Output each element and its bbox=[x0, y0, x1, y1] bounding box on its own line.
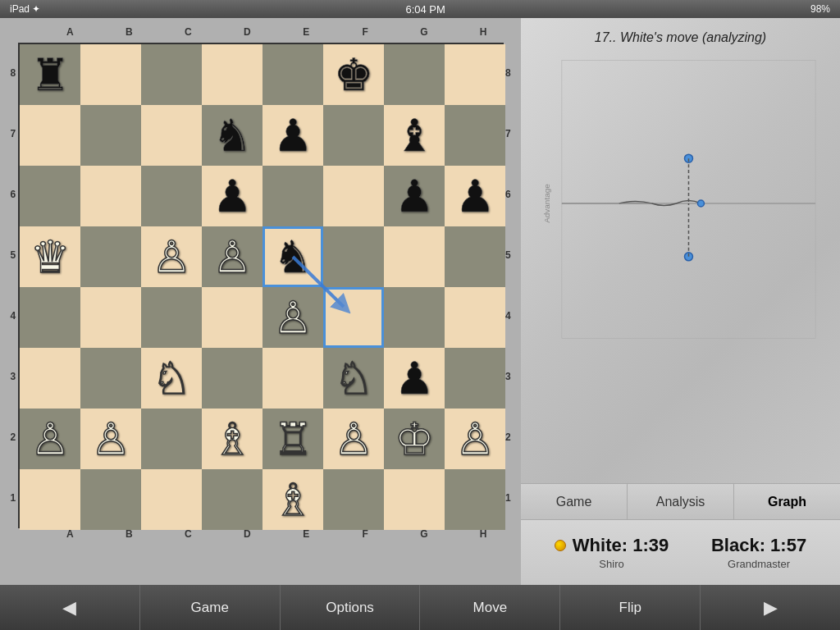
square-a3[interactable] bbox=[20, 348, 80, 409]
square-h6[interactable]: ♟ bbox=[445, 166, 505, 226]
square-b3[interactable] bbox=[80, 348, 141, 409]
black-player-name: Grandmaster bbox=[711, 558, 806, 570]
square-e7[interactable]: ♟ bbox=[262, 105, 323, 166]
square-b2[interactable]: ♙ bbox=[80, 409, 141, 469]
square-g8[interactable] bbox=[384, 44, 445, 105]
square-b7[interactable] bbox=[80, 105, 141, 166]
square-e8[interactable] bbox=[262, 44, 323, 105]
square-f2[interactable]: ♙ bbox=[323, 409, 384, 469]
flip-button[interactable]: Flip bbox=[560, 585, 701, 630]
square-g1[interactable] bbox=[384, 469, 445, 530]
graph-area: 17.. White's move (analyzing) Advantage bbox=[521, 18, 840, 483]
square-b4[interactable] bbox=[80, 287, 141, 348]
chessboard: ♜ ♚ bbox=[18, 43, 504, 528]
square-d4[interactable] bbox=[202, 287, 262, 348]
square-e6[interactable] bbox=[262, 166, 323, 226]
square-f5[interactable] bbox=[323, 226, 384, 287]
square-g7[interactable]: ♝ bbox=[384, 105, 445, 166]
square-g4[interactable] bbox=[384, 287, 445, 348]
square-a1[interactable] bbox=[20, 469, 80, 530]
status-time: 6:04 PM bbox=[405, 3, 445, 16]
square-f7[interactable] bbox=[323, 105, 384, 166]
coord-a-top: A bbox=[40, 26, 99, 43]
square-b5[interactable] bbox=[80, 226, 141, 287]
square-e5[interactable]: ♞ bbox=[262, 226, 323, 287]
square-d7[interactable]: ♞ bbox=[202, 105, 262, 166]
options-button[interactable]: Options bbox=[281, 585, 421, 630]
square-e2[interactable]: ♖ bbox=[262, 409, 323, 469]
square-c2[interactable] bbox=[141, 409, 202, 469]
black-clock-time: Black: 1:57 bbox=[711, 535, 806, 556]
square-f8[interactable]: ♚ bbox=[323, 44, 384, 105]
square-d5[interactable]: ♙ bbox=[202, 226, 262, 287]
square-h4[interactable] bbox=[445, 287, 505, 348]
square-a8[interactable]: ♜ bbox=[20, 44, 80, 105]
square-g3[interactable]: ♟ bbox=[384, 348, 445, 409]
square-b8[interactable] bbox=[80, 44, 141, 105]
piece-h6: ♟ bbox=[455, 174, 495, 218]
square-a5[interactable]: ♛ bbox=[20, 226, 80, 287]
main-content: A B C D E F G H 8 7 6 5 4 3 2 1 bbox=[0, 18, 840, 585]
move-button[interactable]: Move bbox=[420, 585, 560, 630]
square-e4[interactable]: ♙ bbox=[262, 287, 323, 348]
back-button[interactable]: ◀ bbox=[0, 585, 140, 630]
coord-4: 4 bbox=[8, 285, 18, 346]
toolbar: ◀ Game Options Move Flip ▶ bbox=[0, 585, 840, 630]
square-f6[interactable] bbox=[323, 166, 384, 226]
square-d8[interactable] bbox=[202, 44, 262, 105]
square-c4[interactable] bbox=[141, 287, 202, 348]
tab-graph[interactable]: Graph bbox=[734, 484, 840, 519]
square-h7[interactable] bbox=[445, 105, 505, 166]
square-h3[interactable] bbox=[445, 348, 505, 409]
white-player-info: White: 1:39 Shiro bbox=[555, 535, 669, 570]
square-a4[interactable] bbox=[20, 287, 80, 348]
forward-button[interactable]: ▶ bbox=[701, 585, 840, 630]
piece-d7: ♞ bbox=[212, 113, 252, 158]
piece-e2: ♖ bbox=[273, 417, 313, 461]
square-d2[interactable]: ♗ bbox=[202, 409, 262, 469]
tab-game[interactable]: Game bbox=[521, 484, 628, 519]
square-a2[interactable]: ♙ bbox=[20, 409, 80, 469]
piece-h2: ♙ bbox=[455, 417, 495, 461]
square-h1[interactable] bbox=[445, 469, 505, 530]
coord-g-top: G bbox=[395, 26, 454, 43]
square-c3[interactable]: ♘ bbox=[141, 348, 202, 409]
square-c5[interactable]: ♙ bbox=[141, 226, 202, 287]
square-g2[interactable]: ♔ bbox=[384, 409, 445, 469]
square-a6[interactable] bbox=[20, 166, 80, 226]
square-c6[interactable] bbox=[141, 166, 202, 226]
piece-e4: ♙ bbox=[273, 295, 313, 340]
coord-f-bot: F bbox=[336, 528, 395, 545]
square-f3[interactable]: ♘ bbox=[323, 348, 384, 409]
square-h2[interactable]: ♙ bbox=[445, 409, 505, 469]
square-c8[interactable] bbox=[141, 44, 202, 105]
coord-f-top: F bbox=[336, 26, 395, 43]
square-c1[interactable] bbox=[141, 469, 202, 530]
coord-g-bot: G bbox=[395, 528, 454, 545]
square-d1[interactable] bbox=[202, 469, 262, 530]
square-b1[interactable] bbox=[80, 469, 141, 530]
square-d3[interactable] bbox=[202, 348, 262, 409]
square-c7[interactable] bbox=[141, 105, 202, 166]
piece-c5: ♙ bbox=[152, 235, 191, 279]
white-clock-dot bbox=[555, 540, 566, 551]
square-f1[interactable] bbox=[323, 469, 384, 530]
tab-analysis[interactable]: Analysis bbox=[628, 484, 734, 519]
square-g5[interactable] bbox=[384, 226, 445, 287]
black-clock-row: Black: 1:57 bbox=[711, 535, 806, 556]
square-f4[interactable] bbox=[323, 287, 384, 348]
piece-c3: ♘ bbox=[152, 356, 191, 400]
square-e3[interactable] bbox=[262, 348, 323, 409]
game-button[interactable]: Game bbox=[140, 585, 281, 630]
square-h8[interactable] bbox=[445, 44, 505, 105]
piece-g7: ♝ bbox=[395, 113, 434, 158]
square-h5[interactable] bbox=[445, 226, 505, 287]
square-e1[interactable]: ♗ bbox=[262, 469, 323, 530]
square-d6[interactable]: ♟ bbox=[202, 166, 262, 226]
square-a7[interactable] bbox=[20, 105, 80, 166]
coord-8: 8 bbox=[8, 43, 18, 103]
square-g6[interactable]: ♟ bbox=[384, 166, 445, 226]
coord-5: 5 bbox=[8, 225, 18, 285]
square-b6[interactable] bbox=[80, 166, 141, 226]
status-right: 98% bbox=[810, 3, 830, 15]
